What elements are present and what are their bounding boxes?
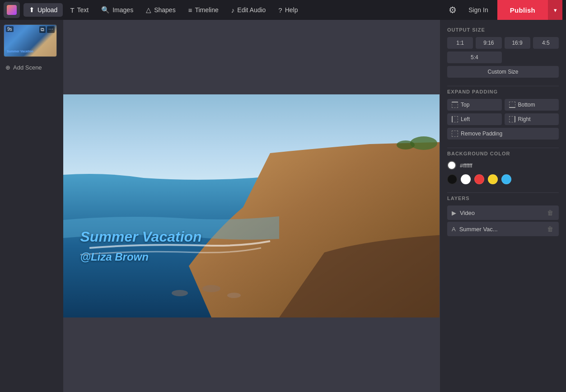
color-black-swatch[interactable] <box>447 174 457 184</box>
output-size-label: OUTPUT SIZE <box>447 27 559 33</box>
bg-color-value: #ffffff <box>460 162 472 169</box>
help-icon: ? <box>278 6 282 14</box>
expand-padding-label: EXPAND PADDING <box>447 89 559 94</box>
bg-color-row: #ffffff <box>447 161 559 170</box>
padding-left-icon <box>452 116 458 122</box>
timeline-icon: ≡ <box>188 6 192 14</box>
shapes-icon: △ <box>146 6 151 14</box>
canvas-wrapper: Summer Vacation @Liza Brown <box>63 94 440 317</box>
padding-right-icon <box>509 116 515 122</box>
logo-button[interactable] <box>4 2 20 18</box>
color-yellow-swatch[interactable] <box>488 174 498 184</box>
text-button[interactable]: T Text <box>65 4 94 17</box>
size-9-16-button[interactable]: 9:16 <box>476 37 501 49</box>
audio-icon: ♪ <box>231 6 235 14</box>
nav-right-actions: ⚙ Sign In Publish ▾ <box>446 0 562 20</box>
layer-video-name: Video <box>460 210 543 216</box>
canvas-area: Summer Vacation @Liza Brown <box>63 20 440 392</box>
padding-top-button[interactable]: Top <box>447 99 502 111</box>
publish-button[interactable]: Publish <box>497 0 548 20</box>
remove-padding-icon <box>452 131 458 137</box>
color-swatches <box>447 174 559 184</box>
layer-text-row[interactable]: A Summer Vac... 🗑 <box>447 222 559 236</box>
shapes-button[interactable]: △ Shapes <box>140 3 181 17</box>
timeline-button[interactable]: ≡ Timeline <box>183 4 224 17</box>
color-white-swatch[interactable] <box>461 174 471 184</box>
sign-in-button[interactable]: Sign In <box>463 4 494 16</box>
trash-icon-2: 🗑 <box>547 225 553 233</box>
settings-button[interactable]: ⚙ <box>446 2 459 18</box>
publish-dropdown-button[interactable]: ▾ <box>548 0 562 20</box>
svg-point-5 <box>172 290 188 296</box>
divider-3 <box>447 192 559 193</box>
bg-color-swatch[interactable] <box>447 161 456 170</box>
video-layer-icon: ▶ <box>452 210 456 216</box>
text-layer-icon: A <box>452 226 456 233</box>
images-button[interactable]: 🔍 Images <box>96 3 139 17</box>
size-5-4-button[interactable]: 5:4 <box>447 51 502 63</box>
scene-duration: 9s <box>6 26 14 32</box>
canvas-text-overlay: Summer Vacation @Liza Brown <box>80 229 202 263</box>
size-16-9-button[interactable]: 16:9 <box>505 37 530 49</box>
scene-canvas[interactable]: Summer Vacation @Liza Brown <box>63 94 440 317</box>
custom-size-button[interactable]: Custom Size <box>447 66 559 78</box>
chevron-down-icon: ▾ <box>554 7 557 14</box>
app-logo <box>7 5 17 15</box>
scene-more-button[interactable]: ⋯ <box>47 26 55 33</box>
layer-video-row[interactable]: ▶ Video 🗑 <box>447 205 559 220</box>
layer-text-delete-button[interactable]: 🗑 <box>546 225 554 233</box>
text-icon: T <box>70 6 74 14</box>
plus-icon: ⊕ <box>5 64 10 71</box>
divider-1 <box>447 86 559 86</box>
padding-left-button[interactable]: Left <box>447 113 502 125</box>
expand-padding-section: EXPAND PADDING Top Bottom Left Right <box>447 89 559 140</box>
padding-bottom-icon <box>509 102 515 108</box>
canvas-subtitle: @Liza Brown <box>80 251 202 263</box>
layers-label: LAYERS <box>447 196 559 201</box>
main-area: Summer Vacation 9s ⧉ ⋯ ⊕ Add Scene <box>0 20 566 392</box>
color-blue-swatch[interactable] <box>501 174 511 184</box>
trash-icon: 🗑 <box>547 209 553 216</box>
size-1-1-button[interactable]: 1:1 <box>447 37 473 49</box>
output-size-section: OUTPUT SIZE 1:1 9:16 16:9 4:5 5:4 Custom… <box>447 27 559 78</box>
upload-icon: ⬆ <box>29 6 35 14</box>
scene-duplicate-button[interactable]: ⧉ <box>39 26 46 33</box>
upload-button[interactable]: ⬆ Upload <box>23 3 63 17</box>
remove-padding-button[interactable]: Remove Padding <box>447 128 559 140</box>
padding-bottom-button[interactable]: Bottom <box>505 99 559 111</box>
size-grid-2: 5:4 <box>447 51 559 63</box>
publish-container: Publish ▾ <box>497 0 562 20</box>
bg-color-label: BACKGROUND COLOR <box>447 151 559 156</box>
images-icon: 🔍 <box>101 6 110 14</box>
layers-section: LAYERS ▶ Video 🗑 A Summer Vac... 🗑 <box>447 196 559 236</box>
scene-preview-text: Summer Vacation <box>7 50 33 53</box>
add-scene-button[interactable]: ⊕ Add Scene <box>4 61 60 74</box>
canvas-title: Summer Vacation <box>80 229 202 245</box>
size-4-5-button[interactable]: 4:5 <box>533 37 559 49</box>
background-color-section: BACKGROUND COLOR #ffffff <box>447 151 559 184</box>
padding-grid: Top Bottom Left Right <box>447 99 559 125</box>
scene-action-icons: ⧉ ⋯ <box>39 26 55 33</box>
layer-video-delete-button[interactable]: 🗑 <box>546 209 554 216</box>
layer-text-name: Summer Vac... <box>459 226 543 233</box>
scene-thumbnail[interactable]: Summer Vacation 9s ⧉ ⋯ <box>4 24 57 57</box>
settings-icon: ⚙ <box>449 5 457 15</box>
layers-list: ▶ Video 🗑 A Summer Vac... 🗑 <box>447 205 559 236</box>
padding-right-button[interactable]: Right <box>505 113 559 125</box>
edit-audio-button[interactable]: ♪ Edit Audio <box>226 4 271 17</box>
help-button[interactable]: ? Help <box>273 4 303 17</box>
size-presets-grid: 1:1 9:16 16:9 4:5 <box>447 37 559 49</box>
right-panel: OUTPUT SIZE 1:1 9:16 16:9 4:5 5:4 Custom… <box>440 20 566 392</box>
top-navigation: ⬆ Upload T Text 🔍 Images △ Shapes ≡ Time… <box>0 0 566 20</box>
scenes-panel: Summer Vacation 9s ⧉ ⋯ ⊕ Add Scene <box>0 20 63 392</box>
color-red-swatch[interactable] <box>474 174 484 184</box>
padding-top-icon <box>452 102 458 108</box>
divider-2 <box>447 148 559 148</box>
